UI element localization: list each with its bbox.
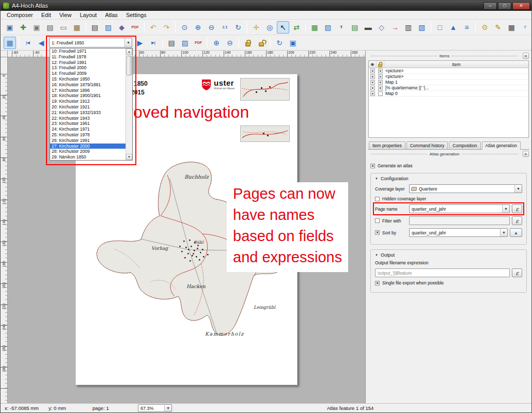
menu-item-view[interactable]: View bbox=[55, 11, 76, 19]
dropdown-item[interactable]: 24: Kirchuster 1971 bbox=[50, 126, 126, 132]
add-legend-button[interactable]: ▤ bbox=[349, 21, 361, 34]
page-name-expression-button[interactable]: ε bbox=[512, 204, 522, 213]
menu-item-edit[interactable]: Edit bbox=[37, 11, 55, 19]
hidden-coverage-checkbox[interactable]: Hidden coverage layer bbox=[375, 196, 522, 201]
dropdown-item[interactable]: 16: Kirchuster 1879/1881 bbox=[50, 82, 126, 88]
dropdown-item[interactable]: 19: Kirchuster 1912 bbox=[50, 99, 126, 104]
maximize-button[interactable]: □ bbox=[498, 2, 511, 10]
menu-item-atlas[interactable]: Atlas bbox=[101, 11, 121, 19]
move-item-content-button[interactable]: ⇄ bbox=[290, 21, 303, 34]
generate-atlas-checkbox[interactable]: ✕ Generate an atlas bbox=[370, 163, 527, 168]
item-visibility-checkbox[interactable]: ✕ bbox=[370, 91, 375, 96]
items-tree-row[interactable]: ✕Map 0 bbox=[369, 91, 528, 97]
undo-button[interactable]: ↶ bbox=[147, 21, 160, 34]
output-group-header[interactable]: ▼ Output bbox=[375, 252, 522, 258]
filter-expression-button[interactable]: ε bbox=[512, 216, 522, 225]
group-items-button[interactable]: □ bbox=[434, 21, 446, 34]
zoom-to-feature-button[interactable]: ⊕ bbox=[210, 37, 223, 49]
duplicate-composition-button[interactable]: ▣ bbox=[30, 21, 43, 34]
output-filename-input[interactable] bbox=[375, 268, 510, 277]
filter-with-checkbox[interactable]: Filter with bbox=[375, 218, 407, 224]
items-dock-close-button[interactable]: ✕ bbox=[523, 53, 529, 59]
print-atlas-button[interactable]: ▤ bbox=[165, 37, 178, 49]
dropdown-item[interactable]: 11: Freudwil 1978 bbox=[50, 54, 126, 60]
filter-expression-input[interactable] bbox=[409, 216, 510, 225]
zoom-level-combo[interactable]: 67.3% ▾ bbox=[138, 404, 172, 412]
scroll-up-button[interactable]: ▲ bbox=[126, 49, 132, 55]
dropdown-item[interactable]: 10: Freudwil 1971 bbox=[50, 49, 126, 54]
dropdown-item[interactable]: 27: Kirchuster 2000 bbox=[50, 144, 126, 149]
item-lock-checkbox[interactable] bbox=[378, 91, 383, 96]
export-image-button[interactable]: ▨ bbox=[102, 21, 115, 34]
dropdown-item[interactable]: 14: Freudwil 2009 bbox=[50, 71, 126, 76]
add-map-button[interactable]: ▦ bbox=[308, 21, 321, 34]
dropdown-item[interactable]: 13: Freudwil 2000 bbox=[50, 65, 126, 71]
tab-command-history[interactable]: Command history bbox=[406, 141, 448, 149]
tab-item-properties[interactable]: Item properties bbox=[369, 141, 405, 149]
atlas-export-settings-button[interactable]: ▣ bbox=[287, 37, 299, 49]
item-lock-checkbox[interactable]: ✕ bbox=[378, 69, 383, 73]
output-filename-expression-button[interactable]: ε bbox=[512, 268, 522, 277]
items-tree-row[interactable]: ✕✕Map 1 bbox=[369, 80, 528, 85]
item-lock-checkbox[interactable]: ✕ bbox=[378, 74, 383, 79]
attribute-table-button[interactable]: ▦ bbox=[505, 21, 518, 34]
sort-by-checkbox[interactable]: ✕ Sort by bbox=[375, 230, 407, 235]
save-project-button[interactable]: ▣ bbox=[4, 21, 16, 34]
tab-atlas-generation[interactable]: Atlas generation bbox=[482, 141, 521, 150]
atlas-dock-close-button[interactable]: ✕ bbox=[523, 151, 529, 157]
save-template-button[interactable]: ▦ bbox=[71, 21, 83, 34]
zoom-full-button[interactable]: ⊙ bbox=[178, 21, 191, 34]
sort-direction-button[interactable]: ▲ bbox=[510, 228, 522, 237]
menu-item-settings[interactable]: Settings bbox=[122, 11, 151, 19]
zoom-actual-button[interactable]: 1:1 bbox=[218, 21, 231, 34]
add-shape-button[interactable]: ◇ bbox=[375, 21, 388, 34]
dropdown-item[interactable]: 21: Kirchuster 1932/1933 bbox=[50, 110, 126, 116]
dropdown-item[interactable]: 22: Kirchuster 1943 bbox=[50, 116, 126, 121]
dropdown-item[interactable]: 23: Kirchuster 1961 bbox=[50, 121, 126, 126]
new-composition-button[interactable]: ✚ bbox=[17, 21, 29, 34]
export-pdf-button[interactable]: PDF bbox=[129, 21, 142, 34]
item-lock-checkbox[interactable]: ✕ bbox=[378, 80, 383, 85]
scroll-down-button[interactable]: ▼ bbox=[126, 154, 132, 160]
export-atlas-pdf-button[interactable]: PDF bbox=[192, 37, 205, 49]
load-template-button[interactable]: ▭ bbox=[57, 21, 70, 34]
refresh-atlas-map-button[interactable]: ↻ bbox=[273, 37, 286, 49]
pan-button[interactable]: ✛ bbox=[250, 21, 262, 34]
add-arrow-button[interactable]: → bbox=[389, 21, 401, 34]
close-button[interactable]: ✕ bbox=[512, 2, 530, 10]
single-file-checkbox[interactable]: ✕ Single file export when possible bbox=[375, 280, 522, 285]
item-visibility-checkbox[interactable]: ✕ bbox=[370, 74, 375, 79]
dropdown-item[interactable]: 28: Kirchuster 2009 bbox=[50, 149, 126, 154]
align-items-button[interactable]: ≡ bbox=[461, 21, 473, 34]
next-feature-button[interactable]: ▶ bbox=[134, 37, 146, 49]
dropdown-item[interactable]: 20: Kirchuster 1921 bbox=[50, 104, 126, 110]
preview-atlas-button[interactable]: ▦ bbox=[4, 37, 16, 49]
export-atlas-image-button[interactable]: ▨ bbox=[179, 37, 191, 49]
previous-feature-button[interactable]: ◀ bbox=[35, 37, 48, 49]
select-move-item-button[interactable]: ↖ bbox=[277, 21, 289, 34]
zoom-out-button[interactable]: ⊖ bbox=[205, 21, 217, 34]
dropdown-item[interactable]: 25: Kirchuster 1978 bbox=[50, 132, 126, 138]
dropdown-item[interactable]: 17: Kirchuster 1896 bbox=[50, 88, 126, 93]
coverage-layer-combo[interactable]: Quartiere ▾ bbox=[409, 184, 522, 193]
redo-button[interactable]: ↷ bbox=[160, 21, 173, 34]
raise-items-button[interactable]: ▲ bbox=[447, 21, 460, 34]
add-html-button[interactable]: ▧ bbox=[416, 21, 428, 34]
page-name-combo[interactable]: quartier_und_jahr ▾ bbox=[409, 204, 510, 213]
dropdown-item[interactable]: 26: Kirchuster 1991 bbox=[50, 138, 126, 144]
unlock-layers-button[interactable] bbox=[255, 37, 268, 49]
add-label-button[interactable]: T bbox=[335, 21, 348, 34]
atlas-feature-combo[interactable]: 1: Freudwil 1850▾ bbox=[49, 38, 132, 47]
minimize-button[interactable]: – bbox=[483, 2, 497, 10]
expression-help-button[interactable]: ? bbox=[519, 21, 531, 34]
zoom-tool-button[interactable]: ◎ bbox=[263, 21, 276, 34]
tab-composition[interactable]: Composition bbox=[449, 141, 480, 149]
title-bar[interactable]: A4-Hoch Atlas – □ ✕ bbox=[1, 1, 531, 11]
zoom-in-button[interactable]: ⊕ bbox=[192, 21, 204, 34]
add-scalebar-button[interactable]: ▬ bbox=[362, 21, 374, 34]
add-image-button[interactable]: ▨ bbox=[322, 21, 334, 34]
export-svg-button[interactable]: ◆ bbox=[116, 21, 128, 34]
item-visibility-checkbox[interactable]: ✕ bbox=[370, 80, 375, 85]
dropdown-item[interactable]: 29: Nänikon 1850 bbox=[50, 154, 126, 160]
lock-layers-button[interactable] bbox=[242, 37, 254, 49]
